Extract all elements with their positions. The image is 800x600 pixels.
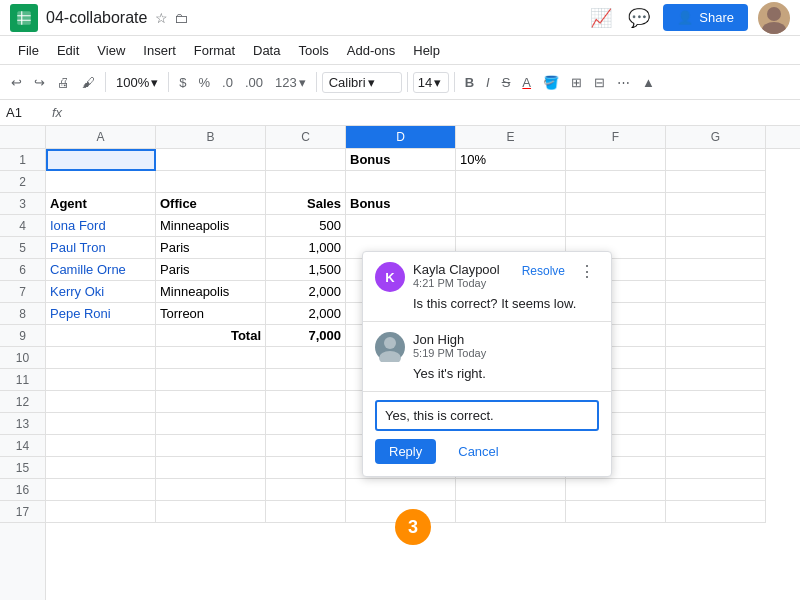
menu-view[interactable]: View bbox=[89, 41, 133, 60]
merge-button[interactable]: ⊟ bbox=[589, 72, 610, 93]
cell-a7[interactable]: Kerry Oki bbox=[46, 281, 156, 303]
cell-c8[interactable]: 2,000 bbox=[266, 303, 346, 325]
cell-a9[interactable] bbox=[46, 325, 156, 347]
cell-f1[interactable] bbox=[566, 149, 666, 171]
cell-g10[interactable] bbox=[666, 347, 766, 369]
cell-b1[interactable] bbox=[156, 149, 266, 171]
cell-f4[interactable] bbox=[566, 215, 666, 237]
row-header-10[interactable]: 10 bbox=[0, 347, 45, 369]
menu-tools[interactable]: Tools bbox=[290, 41, 336, 60]
row-header-4[interactable]: 4 bbox=[0, 215, 45, 237]
row-header-16[interactable]: 16 bbox=[0, 479, 45, 501]
zoom-dropdown[interactable]: 100% ▾ bbox=[111, 72, 163, 93]
chart-icon[interactable]: 📈 bbox=[587, 4, 615, 32]
cell-a8[interactable]: Pepe Roni bbox=[46, 303, 156, 325]
menu-insert[interactable]: Insert bbox=[135, 41, 184, 60]
menu-format[interactable]: Format bbox=[186, 41, 243, 60]
cancel-button[interactable]: Cancel bbox=[444, 439, 512, 464]
resolve-button[interactable]: Resolve bbox=[520, 262, 567, 280]
cell-f3[interactable] bbox=[566, 193, 666, 215]
cell-c4[interactable]: 500 bbox=[266, 215, 346, 237]
cell-e1[interactable]: 10% bbox=[456, 149, 566, 171]
print-button[interactable]: 🖨 bbox=[52, 72, 75, 93]
cell-g3[interactable] bbox=[666, 193, 766, 215]
menu-file[interactable]: File bbox=[10, 41, 47, 60]
cell-g8[interactable] bbox=[666, 303, 766, 325]
undo-button[interactable]: ↩ bbox=[6, 72, 27, 93]
more-button[interactable]: ⋯ bbox=[612, 72, 635, 93]
cell-a10[interactable] bbox=[46, 347, 156, 369]
collapse-button[interactable]: ▲ bbox=[637, 72, 660, 93]
cell-f2[interactable] bbox=[566, 171, 666, 193]
col-header-c[interactable]: C bbox=[266, 126, 346, 148]
row-header-3[interactable]: 3 bbox=[0, 193, 45, 215]
row-header-5[interactable]: 5 bbox=[0, 237, 45, 259]
decimal1-button[interactable]: .0 bbox=[217, 72, 238, 93]
chat-icon[interactable]: 💬 bbox=[625, 4, 653, 32]
col-header-f[interactable]: F bbox=[566, 126, 666, 148]
cell-g6[interactable] bbox=[666, 259, 766, 281]
cell-a1[interactable] bbox=[46, 149, 156, 171]
font-size-dropdown[interactable]: 14 ▾ bbox=[413, 72, 449, 93]
menu-data[interactable]: Data bbox=[245, 41, 288, 60]
cell-d1[interactable]: Bonus bbox=[346, 149, 456, 171]
col-header-g[interactable]: G bbox=[666, 126, 766, 148]
star-icon[interactable]: ☆ bbox=[155, 10, 168, 26]
borders-button[interactable]: ⊞ bbox=[566, 72, 587, 93]
cell-e3[interactable] bbox=[456, 193, 566, 215]
row-header-2[interactable]: 2 bbox=[0, 171, 45, 193]
italic-button[interactable]: I bbox=[481, 72, 495, 93]
bold-button[interactable]: B bbox=[460, 72, 479, 93]
fill-color-button[interactable]: 🪣 bbox=[538, 72, 564, 93]
cell-g7[interactable] bbox=[666, 281, 766, 303]
cell-a6[interactable]: Camille Orne bbox=[46, 259, 156, 281]
cell-b6[interactable]: Paris bbox=[156, 259, 266, 281]
share-button[interactable]: 👤 Share bbox=[663, 4, 748, 31]
cell-a2[interactable] bbox=[46, 171, 156, 193]
menu-addons[interactable]: Add-ons bbox=[339, 41, 403, 60]
cell-d3[interactable]: Bonus bbox=[346, 193, 456, 215]
redo-button[interactable]: ↪ bbox=[29, 72, 50, 93]
cell-c9[interactable]: 7,000 bbox=[266, 325, 346, 347]
cell-c3[interactable]: Sales bbox=[266, 193, 346, 215]
row-header-6[interactable]: 6 bbox=[0, 259, 45, 281]
cell-a5[interactable]: Paul Tron bbox=[46, 237, 156, 259]
cell-c2[interactable] bbox=[266, 171, 346, 193]
menu-help[interactable]: Help bbox=[405, 41, 448, 60]
strikethrough-button[interactable]: S bbox=[497, 72, 516, 93]
more-options-icon[interactable]: ⋮ bbox=[575, 262, 599, 281]
col-header-a[interactable]: A bbox=[46, 126, 156, 148]
font-name-dropdown[interactable]: Calibri ▾ bbox=[322, 72, 402, 93]
cell-b3[interactable]: Office bbox=[156, 193, 266, 215]
reply-input[interactable] bbox=[375, 400, 599, 431]
cell-g1[interactable] bbox=[666, 149, 766, 171]
cell-g4[interactable] bbox=[666, 215, 766, 237]
row-header-15[interactable]: 15 bbox=[0, 457, 45, 479]
row-header-1[interactable]: 1 bbox=[0, 149, 45, 171]
cell-c10[interactable] bbox=[266, 347, 346, 369]
cell-d4[interactable] bbox=[346, 215, 456, 237]
row-header-7[interactable]: 7 bbox=[0, 281, 45, 303]
row-header-11[interactable]: 11 bbox=[0, 369, 45, 391]
col-header-e[interactable]: E bbox=[456, 126, 566, 148]
cell-b7[interactable]: Minneapolis bbox=[156, 281, 266, 303]
avatar[interactable] bbox=[758, 2, 790, 34]
cell-b5[interactable]: Paris bbox=[156, 237, 266, 259]
row-header-13[interactable]: 13 bbox=[0, 413, 45, 435]
cell-a4[interactable]: Iona Ford bbox=[46, 215, 156, 237]
row-header-8[interactable]: 8 bbox=[0, 303, 45, 325]
row-header-9[interactable]: 9 bbox=[0, 325, 45, 347]
formula-input[interactable] bbox=[68, 105, 794, 120]
cell-reference[interactable]: A1 bbox=[6, 105, 46, 120]
col-header-b[interactable]: B bbox=[156, 126, 266, 148]
more-formats-button[interactable]: 123▾ bbox=[270, 72, 311, 93]
cell-e2[interactable] bbox=[456, 171, 566, 193]
cell-b8[interactable]: Torreon bbox=[156, 303, 266, 325]
paint-format-button[interactable]: 🖌 bbox=[77, 72, 100, 93]
cell-b2[interactable] bbox=[156, 171, 266, 193]
cell-g5[interactable] bbox=[666, 237, 766, 259]
cell-g2[interactable] bbox=[666, 171, 766, 193]
row-header-12[interactable]: 12 bbox=[0, 391, 45, 413]
row-header-17[interactable]: 17 bbox=[0, 501, 45, 523]
cell-c1[interactable] bbox=[266, 149, 346, 171]
